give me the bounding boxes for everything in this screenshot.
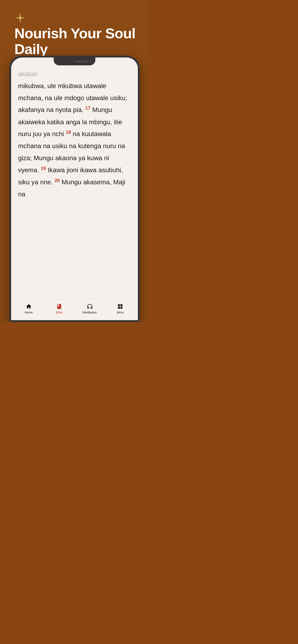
bible-label: Bible xyxy=(56,311,63,314)
more-icon xyxy=(117,303,123,310)
bible-text: akafarl mikubwa, ule mkubwa utawale mcha… xyxy=(18,68,131,200)
verse-20: 20 xyxy=(55,178,60,183)
star-icon xyxy=(15,12,26,24)
nav-item-more[interactable]: More xyxy=(105,303,136,314)
notch-camera xyxy=(89,60,91,62)
svg-rect-3 xyxy=(120,307,123,309)
fade-overlay xyxy=(11,65,138,79)
verse-17: 17 xyxy=(85,106,91,110)
svg-rect-2 xyxy=(118,307,120,309)
nav-item-home[interactable]: Home xyxy=(14,303,44,314)
home-icon xyxy=(26,303,32,310)
verse-18: 18 xyxy=(66,130,71,135)
meditation-icon xyxy=(87,303,93,310)
bible-content[interactable]: akafarl mikubwa, ule mkubwa utawale mcha… xyxy=(11,58,138,302)
bottom-navigation: Home Bible xyxy=(11,299,138,320)
phone-screen: akafarl mikubwa, ule mkubwa utawale mcha… xyxy=(11,58,138,320)
phone-mockup: akafarl mikubwa, ule mkubwa utawale mcha… xyxy=(9,56,140,322)
verse-19: 19 xyxy=(41,166,46,171)
nav-item-meditation[interactable]: Meditation xyxy=(75,303,105,314)
hero-title: Nourish Your Soul Daily xyxy=(15,26,140,57)
more-label: More xyxy=(117,311,124,314)
svg-rect-1 xyxy=(120,304,123,306)
home-label: Home xyxy=(25,311,33,314)
bible-icon xyxy=(56,303,63,310)
svg-rect-0 xyxy=(118,304,120,306)
meditation-label: Meditation xyxy=(83,311,97,314)
phone-notch xyxy=(54,58,95,65)
nav-item-bible[interactable]: Bible xyxy=(44,303,75,314)
notch-line xyxy=(75,61,88,62)
